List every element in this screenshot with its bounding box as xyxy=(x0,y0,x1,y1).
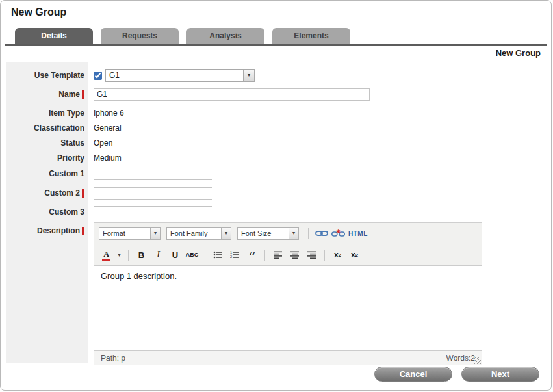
required-marker xyxy=(82,90,84,99)
page-title: New Group xyxy=(11,7,66,18)
chevron-down-icon: ▾ xyxy=(289,228,298,239)
classification-row: Classification General xyxy=(6,120,548,135)
use-template-row: Use Template G1 ▾ xyxy=(6,68,548,83)
required-marker xyxy=(82,227,84,235)
custom1-row: Custom 1 xyxy=(6,166,548,181)
priority-value: Medium xyxy=(94,153,122,163)
font-color-swatch xyxy=(102,259,110,261)
font-size-select[interactable]: Font Size ▾ xyxy=(237,227,299,240)
toolbar-separator xyxy=(324,250,325,261)
action-buttons: Cancel Next xyxy=(374,367,539,382)
svg-text:✱: ✱ xyxy=(336,229,341,235)
name-label: Name xyxy=(6,90,88,99)
numbered-list-icon[interactable]: 12 xyxy=(227,248,242,262)
custom2-label: Custom 2 xyxy=(6,189,88,198)
superscript-button[interactable]: x2 xyxy=(347,248,362,262)
toolbar-separator xyxy=(205,250,205,261)
editor-statusbar: Path: p Words:2 xyxy=(94,350,482,365)
description-text: Group 1 description. xyxy=(101,271,475,281)
strikethrough-button[interactable]: ABC xyxy=(185,248,199,262)
tab-requests[interactable]: Requests xyxy=(101,28,179,44)
svg-text:2: 2 xyxy=(230,255,232,259)
bold-button[interactable]: B xyxy=(134,248,149,262)
editor-path: Path: p xyxy=(101,354,125,363)
priority-row: Priority Medium xyxy=(6,150,548,165)
item-type-label: Item Type xyxy=(6,109,88,118)
toolbar-separator xyxy=(264,250,265,261)
tab-analysis[interactable]: Analysis xyxy=(186,28,264,44)
align-center-icon[interactable] xyxy=(287,248,302,262)
font-family-select[interactable]: Font Family ▾ xyxy=(166,227,231,240)
html-source-button[interactable]: HTML xyxy=(348,226,368,241)
align-right-icon[interactable] xyxy=(304,248,319,262)
underline-button[interactable]: U xyxy=(168,248,183,262)
name-row: Name xyxy=(6,87,548,101)
chevron-down-icon: ▾ xyxy=(221,228,231,239)
custom2-row: Custom 2 xyxy=(6,186,548,200)
item-type-row: Item Type Iphone 6 xyxy=(6,105,548,120)
editor-toolbar: Format ▾ Font Family ▾ Font Size ▾ xyxy=(94,223,482,266)
font-color-button[interactable]: A xyxy=(99,248,114,262)
subscript-button[interactable]: x2 xyxy=(330,248,345,262)
template-select[interactable]: G1 ▾ xyxy=(105,69,255,82)
resize-handle-icon[interactable] xyxy=(474,357,481,364)
align-left-icon[interactable] xyxy=(270,248,285,262)
bullet-list-icon[interactable] xyxy=(211,248,225,262)
description-editor: Format ▾ Font Family ▾ Font Size ▾ xyxy=(94,222,482,365)
chevron-down-icon: ▾ xyxy=(150,228,160,239)
status-value: Open xyxy=(94,138,112,148)
section-title: New Group xyxy=(496,48,541,58)
custom3-label: Custom 3 xyxy=(6,207,88,216)
use-template-checkbox[interactable] xyxy=(94,72,102,80)
tab-elements[interactable]: Elements xyxy=(272,28,350,44)
chevron-down-icon: ▾ xyxy=(243,70,254,81)
status-row: Status Open xyxy=(6,135,548,150)
cancel-button[interactable]: Cancel xyxy=(374,367,452,382)
tab-divider xyxy=(5,44,547,46)
editor-word-count: Words:2 xyxy=(446,354,475,363)
toolbar-separator xyxy=(128,250,129,261)
italic-button[interactable]: I xyxy=(151,248,166,262)
required-marker xyxy=(82,189,84,198)
blockquote-button[interactable]: “ xyxy=(244,248,259,262)
classification-value: General xyxy=(94,124,122,133)
next-button[interactable]: Next xyxy=(461,367,539,382)
format-select[interactable]: Format ▾ xyxy=(99,227,161,240)
custom3-row: Custom 3 xyxy=(6,205,548,219)
custom1-label: Custom 1 xyxy=(6,169,88,178)
details-form: Use Template G1 ▾ Name Item Type Iphone … xyxy=(6,62,548,363)
insert-link-icon[interactable] xyxy=(314,226,329,241)
status-label: Status xyxy=(6,138,88,148)
custom3-input[interactable] xyxy=(94,206,212,218)
template-selected-value: G1 xyxy=(106,71,120,80)
custom2-input[interactable] xyxy=(94,187,212,200)
priority-label: Priority xyxy=(6,153,88,163)
custom1-input[interactable] xyxy=(94,168,212,180)
classification-label: Classification xyxy=(6,124,88,133)
new-group-window: New Group Details Requests Analysis Elem… xyxy=(0,0,552,391)
name-input[interactable] xyxy=(94,88,370,101)
tab-bar: Details Requests Analysis Elements xyxy=(15,28,350,44)
title-bar: New Group xyxy=(1,1,551,24)
description-label: Description xyxy=(6,222,88,235)
toolbar-separator xyxy=(308,228,309,239)
editor-content-area[interactable]: Group 1 description. xyxy=(94,266,482,350)
tab-details[interactable]: Details xyxy=(15,28,93,44)
font-color-dropdown-icon[interactable]: ▾ xyxy=(116,248,123,262)
description-row: Description Format ▾ Font Family ▾ xyxy=(6,222,548,365)
item-type-value: Iphone 6 xyxy=(94,109,124,118)
svg-text:1: 1 xyxy=(230,250,232,254)
use-template-label: Use Template xyxy=(6,71,88,80)
remove-link-icon[interactable]: ✱ xyxy=(331,226,346,241)
